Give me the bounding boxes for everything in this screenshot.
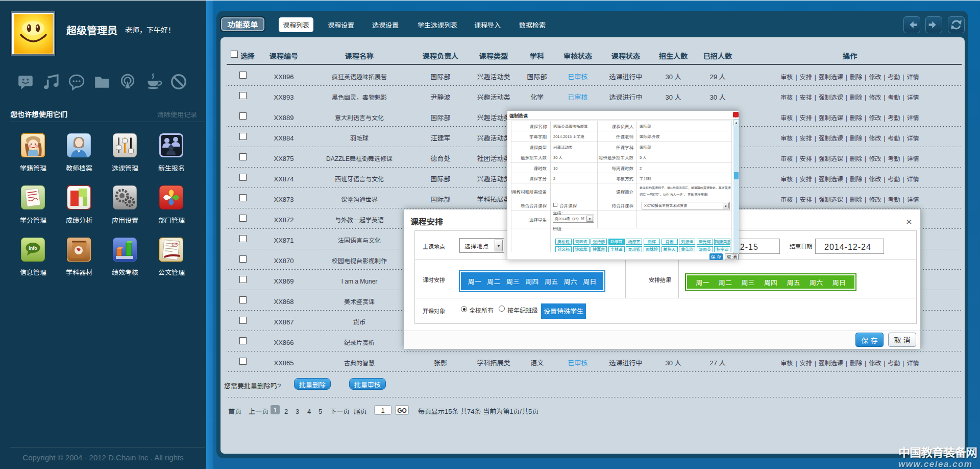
svg-text:info: info bbox=[29, 246, 37, 251]
